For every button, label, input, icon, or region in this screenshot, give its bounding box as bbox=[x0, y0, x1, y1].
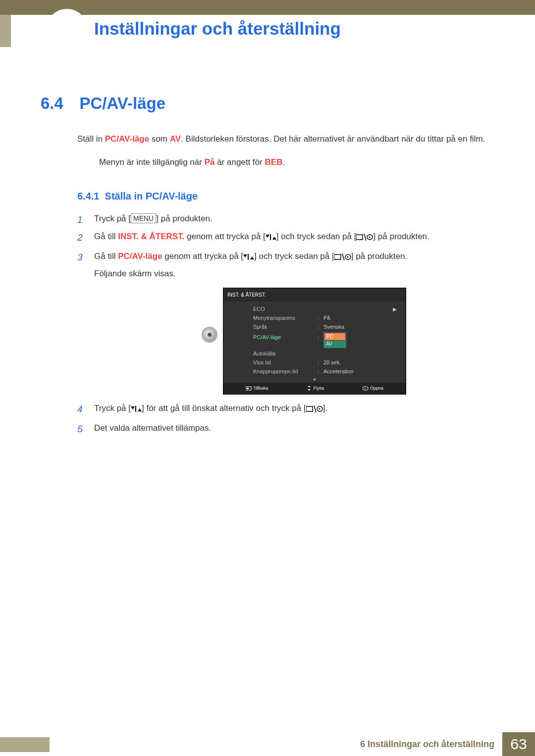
steps-list: 1 Tryck på [MENU] på produkten. 2 Gå til… bbox=[77, 211, 494, 436]
svg-point-26 bbox=[319, 408, 320, 410]
step-1: 1 Tryck på [MENU] på produkten. bbox=[77, 211, 494, 227]
osd-pcav-opt-av: AV bbox=[324, 341, 346, 348]
svg-marker-20 bbox=[131, 406, 135, 409]
osd-knapp-label: Knapprupprepn.tid bbox=[253, 366, 318, 377]
osd-row-autokalla: Autokälla bbox=[223, 349, 406, 358]
section-title: PC/AV-läge bbox=[79, 94, 165, 113]
page-footer: 6 Inställningar och återställning 63 bbox=[0, 732, 535, 756]
intro-pre: Ställ in bbox=[77, 134, 105, 144]
intro-mode: PC/AV-läge bbox=[105, 134, 149, 144]
osd-footer: Tillbaka Flytta Öppna bbox=[223, 383, 406, 394]
left-stub bbox=[0, 15, 11, 47]
svg-marker-22 bbox=[138, 408, 142, 411]
chevron-down-icon: ▼ bbox=[223, 376, 406, 381]
osd-open: Öppna bbox=[363, 384, 383, 393]
chapter-title: Inställningar och återställning bbox=[94, 19, 341, 39]
s4-post: ]. bbox=[323, 403, 327, 413]
osd-row-sprak: Språk : Svenska bbox=[223, 322, 406, 331]
svg-rect-15 bbox=[247, 388, 249, 389]
footer-page-number: 63 bbox=[502, 732, 535, 756]
osd-row-pcav: PC/AV-läge : PC AV bbox=[223, 331, 406, 349]
osd-row-eco: ECO ▶ bbox=[223, 304, 406, 313]
subsection-heading: 6.4.1 Ställa in PC/AV-läge bbox=[77, 191, 494, 202]
note-row: Menyn är inte tillgänglig när På är ange… bbox=[77, 155, 494, 169]
rect-enter-icon bbox=[306, 402, 323, 418]
s3-target: PC/AV-läge bbox=[118, 252, 162, 261]
osd-screenshot: INST. & ÅTERST. ECO ▶ Menytransparens : … bbox=[223, 288, 406, 395]
svg-line-24 bbox=[314, 405, 316, 412]
osd-gear-icon bbox=[202, 327, 217, 343]
note-beb: BEB bbox=[265, 157, 283, 167]
subsection-number: 6.4.1 bbox=[77, 191, 99, 202]
page-content: 6.4 PC/AV-läge Ställ in PC/AV-läge som A… bbox=[41, 94, 494, 438]
osd-row-knapp: Knapprupprepn.tid : Acceleration bbox=[223, 367, 406, 376]
svg-marker-0 bbox=[266, 235, 269, 238]
svg-line-11 bbox=[342, 253, 344, 260]
osd-row-menytransparens: Menytransparens : På bbox=[223, 313, 406, 322]
s4-mid: ] för att gå till önskat alternativ och … bbox=[142, 403, 306, 413]
s2-post: ] på produkten. bbox=[373, 232, 429, 241]
step-num-4: 4 bbox=[77, 401, 83, 418]
svg-marker-7 bbox=[243, 254, 247, 257]
intro-post: . Bildstorleken förstoras. Det här alter… bbox=[181, 134, 485, 144]
svg-rect-23 bbox=[306, 406, 313, 411]
step-num-5: 5 bbox=[77, 420, 83, 438]
svg-marker-1 bbox=[270, 234, 271, 240]
note-on: På bbox=[205, 157, 215, 167]
svg-rect-10 bbox=[334, 254, 341, 259]
section-heading: 6.4 PC/AV-läge bbox=[41, 94, 494, 113]
s3-mid2: ] och tryck sedan på [ bbox=[254, 252, 334, 261]
osd-sprak-value: Svenska bbox=[323, 322, 344, 332]
step-3: 3 Gå till PC/AV-läge genom att trycka på… bbox=[77, 249, 494, 395]
svg-marker-2 bbox=[272, 237, 276, 240]
top-bar bbox=[0, 0, 535, 15]
step-5: 5 Det valda alternativet tillämpas. bbox=[77, 420, 494, 436]
down-up-icon bbox=[131, 402, 142, 418]
svg-marker-17 bbox=[308, 389, 311, 391]
step-num-2: 2 bbox=[77, 229, 83, 247]
chapter-icon bbox=[46, 9, 88, 51]
subsection-title: Ställa in PC/AV-läge bbox=[105, 191, 198, 202]
s2-pre: Gå till bbox=[94, 232, 118, 241]
note-mid: är angett för bbox=[214, 157, 265, 167]
osd-move: Flytta bbox=[307, 384, 324, 393]
svg-point-19 bbox=[365, 388, 366, 389]
step-num-1: 1 bbox=[77, 211, 83, 229]
step-4: 4 Tryck på [] för att gå till önskat alt… bbox=[77, 401, 494, 418]
svg-point-6 bbox=[369, 237, 371, 238]
s4-pre: Tryck på [ bbox=[94, 403, 131, 413]
note-pre: Menyn är inte tillgänglig när bbox=[99, 157, 205, 167]
s2-mid: genom att trycka på [ bbox=[184, 232, 265, 241]
svg-point-13 bbox=[347, 256, 348, 257]
intro-av: AV bbox=[170, 134, 181, 144]
osd-pcav-options: PC AV bbox=[323, 332, 346, 348]
osd-pcav-opt-pc: PC bbox=[324, 333, 346, 341]
menu-button-label: MENU bbox=[131, 213, 156, 223]
svg-line-4 bbox=[364, 234, 366, 241]
footer-left-stub bbox=[0, 737, 50, 752]
step-2: 2 Gå till INST. & ÅTERST. genom att tryc… bbox=[77, 229, 494, 246]
footer-chapter-label: 6 Inställningar och återställning bbox=[360, 732, 502, 756]
down-up-icon bbox=[266, 230, 276, 246]
s3-post: ] på produkten. bbox=[351, 252, 407, 261]
svg-marker-21 bbox=[135, 406, 136, 412]
svg-marker-16 bbox=[308, 386, 311, 387]
step-num-3: 3 bbox=[77, 249, 83, 266]
osd-back: Tillbaka bbox=[246, 384, 268, 393]
s5-text: Det valda alternativet tillämpas. bbox=[94, 423, 211, 433]
svg-rect-3 bbox=[356, 235, 363, 240]
down-up-icon bbox=[243, 250, 254, 266]
osd-pcav-label: PC/AV-läge bbox=[253, 332, 318, 343]
note-post: . bbox=[282, 157, 285, 167]
rect-enter-icon bbox=[356, 230, 373, 246]
osd-body: ECO ▶ Menytransparens : På Språk : Svens… bbox=[223, 302, 406, 383]
chevron-right-icon: ▶ bbox=[393, 304, 397, 314]
intro-mid: som bbox=[149, 134, 170, 144]
osd-sprak-label: Språk bbox=[253, 322, 318, 332]
s3-mid: genom att trycka på [ bbox=[162, 252, 243, 261]
osd-knapp-value: Acceleration bbox=[323, 366, 354, 377]
s2-mid2: ] och tryck sedan på [ bbox=[276, 232, 357, 241]
rect-enter-icon bbox=[334, 250, 351, 266]
osd-title: INST. & ÅTERST. bbox=[223, 288, 406, 302]
s3-sub: Följande skärm visas. bbox=[94, 266, 494, 282]
